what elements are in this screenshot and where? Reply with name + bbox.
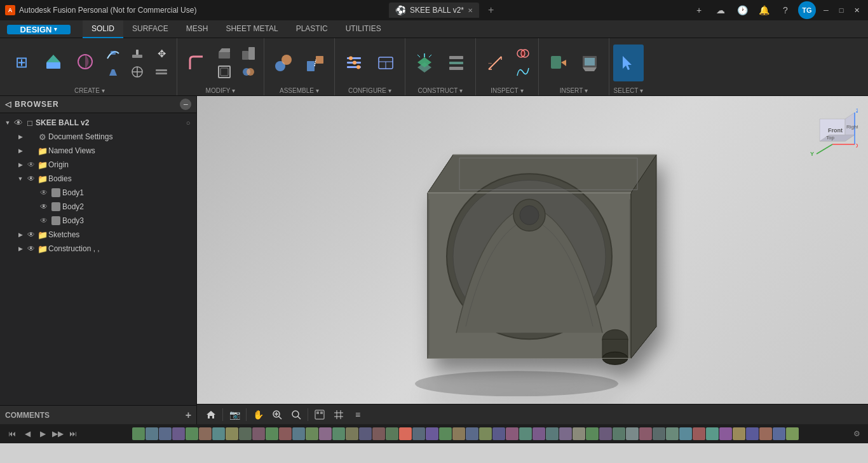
settings-button[interactable]: ⚙ xyxy=(848,425,865,443)
timeline-btn-33[interactable] xyxy=(559,427,572,440)
combine-button[interactable] xyxy=(237,63,260,81)
camera-button[interactable]: 📷 xyxy=(226,406,243,423)
insert-arrow[interactable]: ▾ xyxy=(585,87,588,94)
last-frame-button[interactable]: ⏭ xyxy=(66,427,80,441)
tree-body3[interactable]: 👁 Body3 xyxy=(0,214,196,228)
timeline-btn-50[interactable] xyxy=(786,427,799,440)
select-button[interactable] xyxy=(613,45,644,81)
timeline-btn-15[interactable] xyxy=(319,427,332,440)
timeline-btn-18[interactable] xyxy=(359,427,372,440)
parameters-button[interactable] xyxy=(339,45,369,81)
viewport[interactable]: Z X Y Front Right Top xyxy=(197,96,868,424)
timeline-btn-13[interactable] xyxy=(292,427,305,440)
views-expander[interactable]: ▶ xyxy=(15,148,25,154)
interference-button[interactable] xyxy=(512,45,534,62)
tree-body2[interactable]: 👁 Body2 xyxy=(0,200,196,214)
timeline-btn-3[interactable] xyxy=(159,427,172,440)
tab-mesh[interactable]: MESH xyxy=(177,20,217,38)
bodies-vis-icon[interactable]: 👁 xyxy=(25,174,37,183)
bodies-expander[interactable]: ▼ xyxy=(15,176,25,182)
align-button[interactable] xyxy=(150,63,173,81)
construction-expander[interactable]: ▶ xyxy=(15,245,25,252)
timeline-btn-38[interactable] xyxy=(626,427,639,440)
zoom-in-button[interactable] xyxy=(268,406,286,423)
tab-surface[interactable]: SURFACE xyxy=(123,20,177,38)
maximize-button[interactable]: □ xyxy=(835,4,848,17)
back-icon[interactable]: ◁ xyxy=(5,100,11,109)
zoom-button[interactable] xyxy=(287,406,305,423)
tree-sketches[interactable]: ▶ 👁 📁 Sketches xyxy=(0,228,196,242)
timeline-btn-35[interactable] xyxy=(586,427,599,440)
browser-collapse-button[interactable]: − xyxy=(180,99,191,110)
pan-button[interactable]: ✋ xyxy=(249,406,267,423)
timeline-btn-21[interactable] xyxy=(399,427,412,440)
timeline-btn-39[interactable] xyxy=(639,427,652,440)
viewcube[interactable]: Z X Y Front Right Top xyxy=(807,106,858,157)
timeline-btn-49[interactable] xyxy=(773,427,785,440)
tree-named-views[interactable]: ▶ 📁 Named Views xyxy=(0,144,196,158)
timeline-btn-9[interactable] xyxy=(239,427,252,440)
origin-vis-icon[interactable]: 👁 xyxy=(25,160,37,169)
sweep-button[interactable] xyxy=(102,45,125,62)
tab-close-button[interactable]: ✕ xyxy=(468,7,473,14)
origin-expander[interactable]: ▶ xyxy=(15,162,25,168)
timeline-btn-14[interactable] xyxy=(306,427,318,440)
timeline-btn-8[interactable] xyxy=(226,427,238,440)
construction-vis-icon[interactable]: 👁 xyxy=(25,244,37,253)
timeline-btn-46[interactable] xyxy=(733,427,745,440)
user-avatar[interactable]: TG xyxy=(798,1,816,19)
play-button[interactable]: ▶ xyxy=(36,427,50,441)
close-button[interactable]: ✕ xyxy=(850,4,863,17)
timeline-btn-48[interactable] xyxy=(759,427,772,440)
tree-construction[interactable]: ▶ 👁 📁 Construction , , xyxy=(0,242,196,256)
new-component-button[interactable]: ⊞ xyxy=(6,45,37,81)
timeline-btn-5[interactable] xyxy=(186,427,198,440)
tab-solid[interactable]: SOLID xyxy=(83,20,123,38)
timeline-btn-32[interactable] xyxy=(546,427,559,440)
config-features-button[interactable] xyxy=(370,45,401,81)
root-vis-icon[interactable]: 👁 xyxy=(13,118,24,128)
construct-arrow[interactable]: ▾ xyxy=(459,87,463,94)
loft-button[interactable] xyxy=(102,63,125,81)
joint-button[interactable] xyxy=(268,45,299,81)
tree-root[interactable]: ▼ 👁 □ SKEE BALL v2 ○ xyxy=(0,116,196,130)
timeline-btn-25[interactable] xyxy=(452,427,465,440)
move-button[interactable]: ✥ xyxy=(150,45,173,62)
next-frame-button[interactable]: ▶▶ xyxy=(51,427,65,441)
prev-frame-button[interactable]: ◀ xyxy=(20,427,34,441)
tab-plastic[interactable]: PLASTIC xyxy=(287,20,337,38)
timeline-btn-34[interactable] xyxy=(573,427,585,440)
timeline-btn-10[interactable] xyxy=(252,427,265,440)
timeline-btn-26[interactable] xyxy=(466,427,478,440)
timeline-btn-2[interactable] xyxy=(146,427,158,440)
tab-sheet-metal[interactable]: SHEET METAL xyxy=(217,20,287,38)
insert-derive-button[interactable] xyxy=(543,45,573,81)
new-tab-button[interactable]: + xyxy=(484,4,498,16)
tab-utilities[interactable]: UTILITIES xyxy=(337,20,390,38)
grid-button[interactable] xyxy=(330,406,348,423)
modify-arrow[interactable]: ▾ xyxy=(232,87,235,94)
add-icon-btn[interactable]: + xyxy=(690,1,708,19)
timeline-btn-40[interactable] xyxy=(653,427,665,440)
timeline-btn-41[interactable] xyxy=(666,427,679,440)
as-built-joint-button[interactable] xyxy=(300,45,330,81)
shell-button[interactable] xyxy=(213,63,236,81)
timeline-btn-43[interactable] xyxy=(693,427,705,440)
notifications-icon-btn[interactable]: 🔔 xyxy=(755,1,773,19)
timeline-btn-42[interactable] xyxy=(679,427,692,440)
display-mode-button[interactable] xyxy=(311,406,329,423)
extrude-button[interactable] xyxy=(38,45,69,81)
timeline-btn-22[interactable] xyxy=(412,427,425,440)
assemble-arrow[interactable]: ▾ xyxy=(316,87,319,94)
scale-button[interactable] xyxy=(237,45,260,62)
timeline-btn-16[interactable] xyxy=(332,427,345,440)
tree-origin[interactable]: ▶ 👁 📁 Origin xyxy=(0,158,196,172)
timeline-btn-12[interactable] xyxy=(279,427,292,440)
timeline-btn-31[interactable] xyxy=(532,427,545,440)
add-comment-button[interactable]: + xyxy=(186,410,191,421)
tree-doc-settings[interactable]: ▶ ⚙ Document Settings xyxy=(0,130,196,144)
timeline-btn-36[interactable] xyxy=(599,427,612,440)
timeline-btn-6[interactable] xyxy=(199,427,212,440)
timeline-btn-47[interactable] xyxy=(746,427,759,440)
tree-body1[interactable]: 👁 Body1 xyxy=(0,186,196,200)
